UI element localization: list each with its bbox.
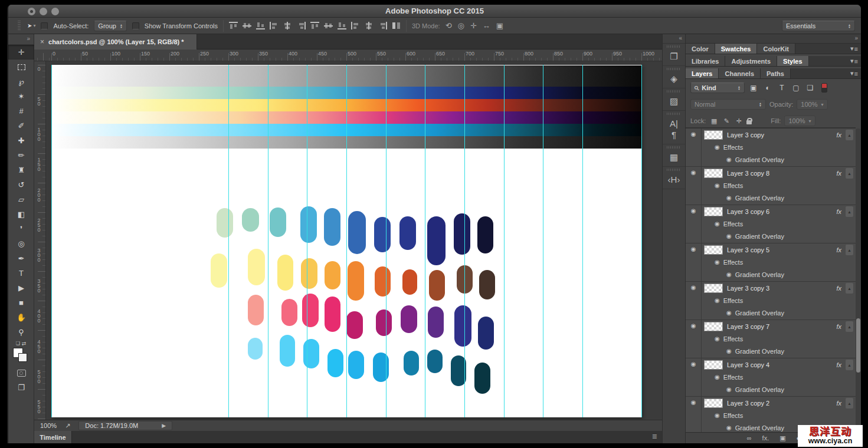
tab-styles[interactable]: Styles xyxy=(777,56,808,66)
align-top-edges-icon[interactable] xyxy=(229,22,238,29)
layer-effects-row[interactable]: ◉Effects xyxy=(702,256,856,269)
layer-thumbnail[interactable] xyxy=(704,130,723,140)
layer-row[interactable]: Layer 3 copy 6fx▴ xyxy=(702,205,856,218)
filter-adjustment-layers-icon[interactable]: ◐ xyxy=(762,84,773,92)
lock-all-icon[interactable] xyxy=(746,120,752,124)
document-tab[interactable]: × chartcolors.psd @ 100% (Layer 15, RGB/… xyxy=(34,34,197,50)
layer-thumbnail[interactable] xyxy=(704,207,723,216)
clone-source-panel-icon[interactable]: ▨ xyxy=(670,95,678,107)
pen-tool[interactable]: ✒ xyxy=(8,251,34,266)
tool-preset-button[interactable]: ➤ ▾ xyxy=(27,22,35,29)
filter-kind-select[interactable]: ⚲ Kind ▲▼ xyxy=(690,83,745,93)
add-layer-mask-icon[interactable]: ▣ xyxy=(779,434,785,442)
guide-line[interactable] xyxy=(543,65,543,417)
eye-icon[interactable]: ◉ xyxy=(715,220,720,228)
eye-icon[interactable]: ◉ xyxy=(691,361,696,396)
type-tool[interactable]: T xyxy=(8,266,34,281)
eye-icon[interactable]: ◉ xyxy=(715,144,720,151)
collapse-effects-icon[interactable]: ▴ xyxy=(846,245,853,255)
layer-row[interactable]: Layer 3 copy 2fx▴ xyxy=(702,397,856,409)
layer-effects-row[interactable]: ◉Effects xyxy=(702,332,856,345)
eye-icon[interactable]: ◉ xyxy=(726,424,732,431)
eye-icon[interactable]: ◉ xyxy=(726,386,732,393)
guide-line[interactable] xyxy=(641,65,642,417)
guide-line[interactable] xyxy=(386,65,386,417)
filter-toggle[interactable] xyxy=(821,83,827,93)
history-panel-icon[interactable]: ❐ xyxy=(670,51,677,62)
character-panel-icon[interactable]: A| xyxy=(670,118,678,129)
orbit-3d-camera-icon[interactable]: ⟲ xyxy=(446,21,452,30)
align-right-edges-icon[interactable] xyxy=(297,22,306,29)
rectangle-tool[interactable]: ■ xyxy=(8,295,34,310)
layer-row[interactable]: Layer 3 copyfx▴ xyxy=(702,129,856,141)
eye-icon[interactable]: ◉ xyxy=(715,412,720,419)
distribute-left-edges-icon[interactable] xyxy=(351,22,360,29)
guide-line[interactable] xyxy=(504,65,505,417)
layer-effects-row[interactable]: ◉Effects xyxy=(702,218,856,230)
dock-grip[interactable] xyxy=(667,68,681,70)
collapse-dock-icon[interactable]: « xyxy=(663,34,685,44)
dock-grip[interactable] xyxy=(667,45,681,48)
eye-icon[interactable]: ◉ xyxy=(715,182,720,189)
add-layer-style-icon[interactable]: fx. xyxy=(762,434,769,442)
tab-color[interactable]: Color xyxy=(686,44,715,54)
align-vertical-centers-icon[interactable] xyxy=(243,22,251,29)
gradient-overlay-row[interactable]: ◉Gradient Overlay xyxy=(702,230,856,243)
eye-icon[interactable]: ◉ xyxy=(726,195,732,202)
collapse-effects-icon[interactable]: ▴ xyxy=(846,398,853,409)
pan-3d-camera-icon[interactable]: ✛ xyxy=(470,21,477,30)
layer-thumbnail[interactable] xyxy=(704,169,723,178)
guide-line[interactable] xyxy=(582,65,583,417)
collapse-effects-icon[interactable]: ▴ xyxy=(846,130,853,140)
eye-icon[interactable]: ◉ xyxy=(691,169,696,205)
options-bar-grip[interactable] xyxy=(18,21,21,31)
filter-smart-objects-icon[interactable]: ❏ xyxy=(805,84,815,92)
clone-stamp-tool[interactable]: ♜ xyxy=(8,163,34,177)
align-horizontal-centers-icon[interactable] xyxy=(283,22,292,29)
expand-toolbar-icon[interactable]: » xyxy=(8,34,34,45)
lock-image-pixels-icon[interactable]: ✎ xyxy=(722,117,731,125)
lock-position-icon[interactable]: ✛ xyxy=(734,117,743,125)
blend-mode-select[interactable]: Normal ▲▼ xyxy=(690,99,766,110)
eye-icon[interactable]: ◉ xyxy=(715,259,720,266)
auto-select-mode-select[interactable]: Group ▲▼ xyxy=(94,21,127,31)
dock-grip[interactable] xyxy=(667,90,681,93)
horizontal-ruler[interactable]: 0501001502002503003504004505005506006507… xyxy=(34,50,662,61)
crop-tool[interactable]: # xyxy=(8,104,34,118)
fill-field[interactable]: 100% ▾ xyxy=(784,116,815,126)
eye-icon[interactable]: ◉ xyxy=(691,131,696,166)
layer-effects-row[interactable]: ◉Effects xyxy=(702,409,856,422)
show-transform-controls-checkbox[interactable] xyxy=(132,22,139,29)
panel-menu-icon[interactable]: ▾≡ xyxy=(850,68,861,78)
title-bar[interactable]: Adobe Photoshop CC 2015 xyxy=(8,5,861,18)
filter-type-layers-icon[interactable]: T xyxy=(777,84,787,92)
eye-icon[interactable]: ◉ xyxy=(726,156,732,163)
eye-icon[interactable]: ◉ xyxy=(691,322,696,358)
layer-thumbnail[interactable] xyxy=(704,398,723,408)
align-bottom-edges-icon[interactable] xyxy=(256,22,265,29)
expand-dock-icon[interactable]: » xyxy=(686,34,861,44)
gradient-overlay-row[interactable]: ◉Gradient Overlay xyxy=(702,268,856,281)
tab-channels[interactable]: Channels xyxy=(719,68,761,78)
blur-tool[interactable]: ❜ xyxy=(8,222,34,236)
lock-transparent-pixels-icon[interactable]: ▦ xyxy=(709,117,719,125)
gradient-overlay-row[interactable]: ◉Gradient Overlay xyxy=(702,153,856,166)
status-menu-icon[interactable]: ▶ xyxy=(162,423,166,429)
eraser-tool[interactable]: ▱ xyxy=(8,192,34,207)
eye-icon[interactable]: ◉ xyxy=(726,271,732,278)
opacity-field[interactable]: 100% ▾ xyxy=(797,99,827,110)
layer-thumbnail[interactable] xyxy=(704,360,723,370)
background-color-swatch[interactable] xyxy=(18,353,27,362)
hand-tool[interactable]: ✋ xyxy=(8,310,34,325)
eyedropper-tool[interactable]: ✐ xyxy=(8,118,34,133)
zoom-tool[interactable]: ⚲ xyxy=(8,325,34,340)
dock-grip[interactable] xyxy=(667,113,681,115)
eye-icon[interactable]: ◉ xyxy=(726,309,732,317)
layer-row[interactable]: Layer 3 copy 3fx▴ xyxy=(702,282,856,294)
dock-grip[interactable] xyxy=(667,169,681,171)
tab-swatches[interactable]: Swatches xyxy=(715,44,758,54)
camera-3d-icon[interactable]: ▣ xyxy=(496,21,503,30)
extensions-panel-icon[interactable]: ‹H› xyxy=(668,174,680,185)
guide-line[interactable] xyxy=(464,65,465,417)
brush-tool[interactable]: ✏ xyxy=(8,148,34,163)
